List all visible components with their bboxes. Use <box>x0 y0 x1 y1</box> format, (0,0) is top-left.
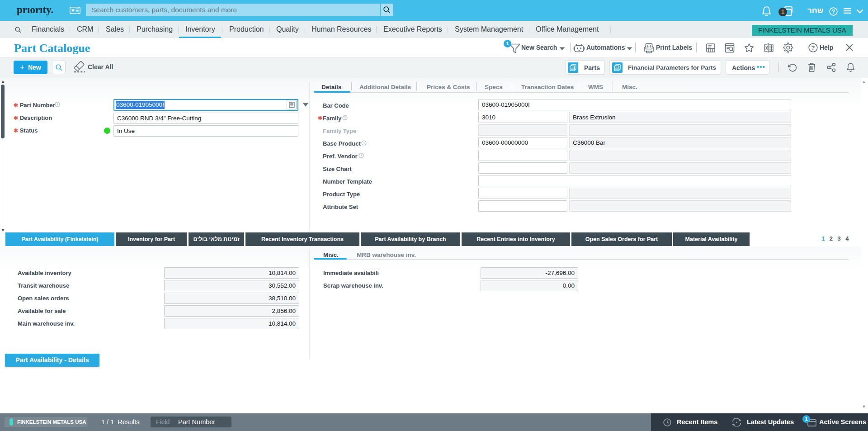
svg-text:?: ? <box>811 44 815 51</box>
svg-text:?: ? <box>832 9 835 15</box>
